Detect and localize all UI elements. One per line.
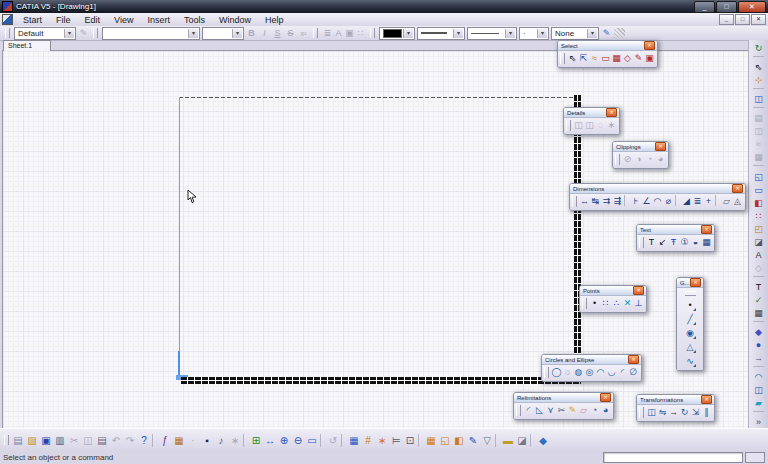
menu-help[interactable]: Help (258, 14, 291, 26)
translate-button[interactable]: → (668, 406, 679, 419)
toolbar-close-button[interactable]: ✕ (701, 395, 712, 404)
diameter-dimensions-button[interactable]: ⌀ (663, 195, 674, 208)
strikethrough-button[interactable]: S (285, 28, 296, 39)
sheet-frame-bottom-band[interactable] (181, 377, 581, 384)
text-position-button[interactable]: ∷ (355, 27, 366, 40)
menu-start[interactable]: Start (16, 14, 49, 26)
toolbar-title-bar[interactable]: Points ✕ (580, 286, 646, 296)
line-weight-dropdown[interactable]: ▾ (417, 27, 465, 40)
circle-flyout-button[interactable]: ◉ (685, 326, 696, 340)
radius-dimensions-button[interactable]: ◠ (652, 195, 663, 208)
copy-button[interactable]: ◫ (81, 433, 95, 448)
snap-pointer-button[interactable]: ⊹ (751, 74, 766, 87)
grid-links-button[interactable]: ▦ (751, 151, 766, 164)
mdi-restore-button[interactable]: □ (735, 14, 750, 25)
paint-stroke-selection-button[interactable]: ✎ (633, 52, 644, 65)
quick-clipping-view-button[interactable]: ◔ (644, 153, 655, 166)
toolbar-title-bar[interactable]: Relimitations ✕ (514, 393, 613, 403)
toolbar-close-button[interactable]: ✕ (644, 41, 655, 50)
insert-symbol-button[interactable]: ◆ (751, 326, 766, 339)
coordinate-dimensions-button[interactable]: + (703, 195, 714, 208)
font-size-dropdown[interactable]: ▾ (202, 27, 244, 40)
toolbar-grip[interactable] (582, 298, 587, 309)
datum-target-button[interactable]: ◒ (690, 236, 701, 249)
datum-feature-button[interactable]: ◬ (732, 195, 743, 208)
fill-dropdown[interactable]: None ▾ (551, 27, 599, 40)
redo-button[interactable]: ↷ (123, 433, 137, 448)
style-dropdown[interactable]: Default ▾ (14, 27, 76, 40)
toolbar-title-bar[interactable]: Text ✕ (637, 225, 714, 235)
cut-button[interactable]: ✂ (67, 433, 81, 448)
toolbar-grip[interactable] (4, 435, 9, 445)
close-button[interactable]: ✕ (738, 1, 766, 13)
sheet-links-button[interactable]: ▤ (751, 112, 766, 125)
menu-file[interactable]: File (49, 14, 78, 26)
measure-button[interactable]: ▬ (501, 433, 515, 448)
offset-button[interactable]: ∥ (701, 406, 712, 419)
zoom-in-button[interactable]: ⊕ (277, 433, 291, 448)
toolbar-grip[interactable] (5, 28, 10, 38)
equidistant-points-button[interactable]: ∴ (611, 297, 622, 310)
intersecting-rectangle-trap-button[interactable]: ▦ (611, 52, 622, 65)
toolbar-grip[interactable] (313, 28, 318, 38)
color-dropdown[interactable]: ▾ (379, 27, 415, 40)
toolbar-title-bar[interactable]: G... ✕ (677, 278, 703, 288)
macro-recorder-button[interactable]: ▪ (200, 433, 214, 448)
mirror-annotation-button[interactable]: ◫ (751, 384, 766, 397)
pattern-chooser-button[interactable] (614, 28, 625, 38)
formula-button[interactable]: ƒ (158, 433, 172, 448)
select-button[interactable]: ⇖ (567, 52, 578, 65)
three-point-circle-button[interactable]: ◌ (562, 366, 573, 379)
three-point-arc-button[interactable]: ◡ (606, 366, 617, 379)
zoom-on-sheet-button[interactable]: ⊡ (403, 433, 417, 448)
rotate-view-button[interactable]: ↺ (326, 433, 340, 448)
instantiate-2d-component-button[interactable]: ◫ (573, 119, 584, 132)
zoom-out-button[interactable]: ⊖ (291, 433, 305, 448)
minimize-button[interactable]: _ (694, 1, 715, 13)
toolbar-grip[interactable] (93, 28, 98, 38)
front-view-button[interactable]: ◱ (751, 171, 766, 184)
new-document-button[interactable]: ▤ (11, 433, 25, 448)
voice-command-button[interactable]: ♪ (214, 433, 228, 448)
three-point-arc-limits-button[interactable]: ◜ (617, 366, 628, 379)
point-by-coordinate-button[interactable]: ∷ (600, 297, 611, 310)
select-tool-button[interactable]: ⇖ (751, 61, 766, 74)
superscript-button[interactable]: x² (298, 28, 309, 39)
show-constraints-button[interactable]: ∗ (375, 433, 389, 448)
grid-button[interactable]: ▦ (347, 433, 361, 448)
toolbar-close-button[interactable]: ✕ (655, 142, 666, 151)
selection-sets-button[interactable]: ⇱ (578, 52, 589, 65)
clipping-view-profile-button[interactable]: ◑ (633, 153, 644, 166)
close-arc-button[interactable]: ◔ (589, 404, 600, 417)
italic-button[interactable]: I (259, 28, 270, 39)
rotate-button[interactable]: ↻ (679, 406, 690, 419)
arrow-annotation-button[interactable]: → (751, 352, 766, 365)
projection-point-button[interactable]: ⊥ (633, 297, 644, 310)
sheet-frame-right-band[interactable] (574, 95, 581, 384)
update-links-button[interactable]: ≈ (751, 138, 766, 151)
save-button[interactable]: ▣ (39, 433, 53, 448)
toolbar-close-button[interactable]: ✕ (600, 393, 611, 402)
stacked-dimensions-button[interactable]: ⇶ (612, 195, 623, 208)
line-flyout-button[interactable]: ╱ (685, 312, 696, 326)
ellipse-button[interactable]: ∅ (628, 366, 639, 379)
toolbar-grip[interactable] (544, 367, 549, 378)
text-with-leader-button[interactable]: ↙ (657, 236, 668, 249)
detail-view-button[interactable]: ∷ (751, 210, 766, 223)
toolbar-close-button[interactable]: ✕ (606, 108, 617, 117)
erase-button[interactable]: ▱ (578, 404, 589, 417)
paste-button[interactable]: ▤ (95, 433, 109, 448)
menu-insert[interactable]: Insert (140, 14, 177, 26)
snap-to-point-button[interactable]: # (361, 433, 375, 448)
toolbar-title-bar[interactable]: Select ✕ (558, 41, 657, 51)
point-type-dropdown[interactable]: · ▾ (519, 27, 549, 40)
menu-view[interactable]: View (107, 14, 140, 26)
toolbar-grip[interactable] (685, 291, 696, 296)
sheet-frame-left-edge[interactable] (179, 97, 180, 352)
tri-tangent-circle-button[interactable]: ◎ (584, 366, 595, 379)
text-button[interactable]: T (646, 236, 657, 249)
catalog-browser-button[interactable]: ◆ (536, 433, 550, 448)
cumulated-dimensions-button[interactable]: ⇉ (601, 195, 612, 208)
toolbar-close-button[interactable]: ✕ (633, 286, 644, 295)
table-tool-button[interactable]: ▦ (751, 307, 766, 320)
